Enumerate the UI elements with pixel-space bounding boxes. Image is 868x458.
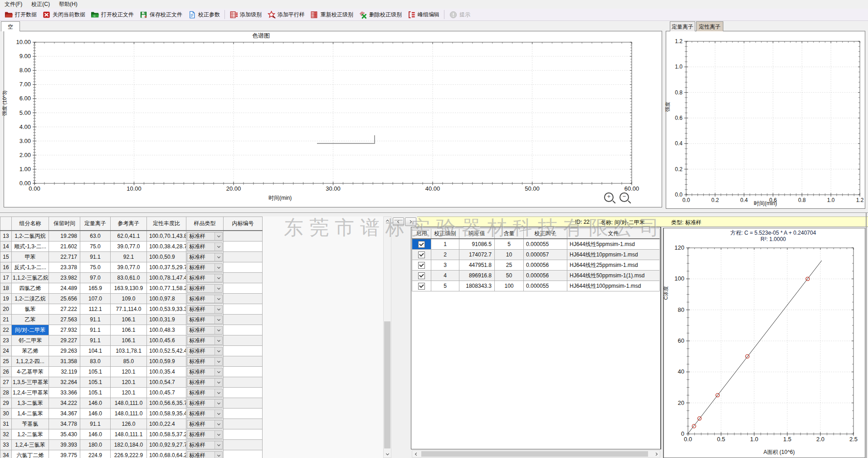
component-row-16[interactable]: 16反式-1,3-二...23.37875.039.0,77.0100.0,37… [0, 262, 263, 273]
component-row-26[interactable]: 264-乙基甲苯32.119105.1120.1100.0,35.4标准样 [0, 367, 263, 377]
cell[interactable]: 91.1 [80, 315, 111, 325]
open-data-button[interactable]: 打开数据 [2, 9, 39, 21]
cell[interactable]: 1,4-二氯苯 [12, 409, 49, 419]
cell[interactable]: 100.0,56.6,35.7 [147, 398, 186, 409]
component-row-32[interactable]: 321,2-二氯苯35.430146.0148.0,111.1100.0,58.… [0, 429, 263, 440]
calibration-row-2[interactable]: 2174072.7100.000057HJ644线性10ppmsim-1.msd [412, 250, 660, 260]
row-number[interactable]: 25 [0, 356, 12, 367]
menu-item-help[interactable]: 帮助(H) [54, 0, 82, 9]
column-header[interactable]: 校正因子 [524, 229, 567, 239]
cell[interactable]: 120.1 [111, 377, 147, 388]
cell[interactable]: 100.0,48.3 [147, 325, 186, 335]
column-header[interactable]: 参考离子 [111, 217, 147, 231]
row-number[interactable]: 29 [0, 398, 12, 409]
internal-standard-cell[interactable] [224, 283, 263, 294]
cell[interactable]: 91.1 [80, 252, 111, 262]
sample-type-dropdown[interactable]: 标准样 [187, 253, 223, 261]
cell[interactable]: 1,2,4-三氯苯 [12, 440, 49, 450]
cell[interactable]: 0.000055 [524, 281, 567, 291]
scroll-thumb[interactable] [384, 321, 390, 448]
internal-standard-cell[interactable] [224, 346, 263, 356]
cell[interactable]: 25 [495, 260, 524, 271]
internal-standard-cell[interactable] [224, 304, 263, 315]
calibration-row-5[interactable]: 51808343.31000.000055HJ644线性100ppmsim-1.… [412, 281, 660, 291]
cell[interactable]: 100.0,50.9 [147, 252, 186, 262]
internal-standard-cell[interactable] [224, 262, 263, 273]
cell[interactable]: 126.0 [111, 419, 147, 429]
cell[interactable]: 2 [431, 250, 459, 260]
cell[interactable]: 苯乙烯 [12, 346, 49, 356]
tab-chromatogram-empty[interactable]: 空 [1, 21, 20, 31]
cell[interactable]: 148.0,111.1 [111, 429, 147, 440]
cell[interactable]: 4 [431, 271, 459, 281]
cell[interactable]: 146.0 [80, 429, 111, 440]
cell[interactable]: 91086.5 [459, 239, 495, 250]
chevron-down-icon[interactable] [215, 441, 222, 449]
chevron-down-icon[interactable] [215, 410, 222, 418]
cell[interactable]: 83.0,61.0 [111, 273, 147, 283]
chevron-down-icon[interactable] [215, 379, 222, 386]
cell[interactable]: 106.1 [111, 335, 147, 346]
calibration-row-3[interactable]: 3447951.8250.000056HJ644线性25ppmsim-1.msd [412, 260, 660, 271]
cell[interactable]: 120.1 [111, 388, 147, 398]
cell[interactable]: 146.0 [80, 409, 111, 419]
scroll-left-arrow[interactable] [412, 451, 419, 457]
component-row-29[interactable]: 291,3-二氯苯34.222146.0148.0,111.0100.0,56.… [0, 398, 263, 409]
chevron-down-icon[interactable] [215, 431, 222, 438]
sample-type-dropdown[interactable]: 标准样 [187, 399, 223, 408]
column-header[interactable]: 内标编号 [224, 217, 263, 231]
enable-checkbox[interactable] [418, 272, 425, 279]
chevron-down-icon[interactable] [215, 389, 222, 397]
chromatogram-chart[interactable]: 0.0010.0020.0030.0040.0050.0060.000.001.… [4, 31, 663, 208]
cell[interactable]: 83.0 [80, 356, 111, 367]
sample-type-dropdown[interactable]: 标准样 [187, 420, 223, 428]
cell[interactable]: 174072.7 [459, 250, 495, 260]
cell[interactable]: 226.9,222.9 [111, 450, 147, 458]
cell[interactable]: 29.263 [49, 346, 80, 356]
component-row-21[interactable]: 21乙苯27.56391.1106.1100.0,31.9标准样 [0, 315, 263, 325]
cell[interactable]: 109.0 [111, 294, 147, 304]
column-header[interactable]: 校正级别 [431, 229, 459, 239]
calibration-curve-chart[interactable]: 0.00.51.01.52.02.5020406080100120 [664, 228, 866, 458]
cell[interactable]: 27.222 [49, 304, 80, 315]
sample-type-dropdown[interactable]: 标准样 [187, 284, 223, 293]
sample-type-dropdown[interactable]: 标准样 [187, 378, 223, 387]
cell[interactable]: 105.1 [80, 388, 111, 398]
cell[interactable]: HJ644线性10ppmsim-1.msd [567, 250, 660, 260]
save-calibration-file-button[interactable]: C保存校正文件 [137, 9, 185, 21]
cell[interactable]: 33.366 [49, 388, 80, 398]
delete-level-button[interactable]: 删除校正级别 [356, 9, 405, 21]
cell[interactable]: 106.1 [111, 315, 147, 325]
cell[interactable]: 22.717 [49, 252, 80, 262]
sample-type-dropdown[interactable]: 标准样 [187, 347, 223, 355]
sample-type-dropdown[interactable]: 标准样 [187, 336, 223, 345]
column-header[interactable]: 启用 [412, 229, 431, 239]
cell[interactable]: 182.0,184.0 [111, 440, 147, 450]
column-header[interactable]: 定量离子 [80, 217, 111, 231]
cell[interactable]: 29.227 [49, 335, 80, 346]
cell[interactable]: 105.1 [80, 367, 111, 377]
row-number[interactable]: 14 [0, 241, 12, 252]
cell[interactable]: 100.0,45.7 [147, 388, 186, 398]
cell[interactable]: 85.0 [111, 356, 147, 367]
cell[interactable]: 34.778 [49, 419, 80, 429]
cell[interactable]: 91.1 [80, 325, 111, 335]
cell[interactable]: 39.0,77.0 [111, 262, 147, 273]
sample-type-dropdown[interactable]: 标准样 [187, 232, 223, 241]
internal-standard-cell[interactable] [224, 440, 263, 450]
chevron-down-icon[interactable] [215, 399, 222, 407]
cell[interactable]: 100.0,59.9 [147, 356, 186, 367]
cell[interactable]: 34.367 [49, 409, 80, 419]
cell[interactable]: 32.264 [49, 377, 80, 388]
cell[interactable]: 0.000057 [524, 250, 567, 260]
add-parallel-sample-button[interactable]: 添加平行样 [264, 9, 307, 21]
cell[interactable]: 39.775 [49, 450, 80, 458]
enable-checkbox[interactable] [418, 241, 425, 248]
cell[interactable]: 1,2,4-三甲基苯 [12, 388, 49, 398]
internal-standard-cell[interactable] [224, 377, 263, 388]
row-number[interactable]: 24 [0, 346, 12, 356]
cell[interactable]: 苄基氯 [12, 419, 49, 429]
cell[interactable]: 91.1 [80, 419, 111, 429]
chevron-down-icon[interactable] [215, 264, 222, 271]
component-row-25[interactable]: 251,1,2,2-四...31.35883.085.0100.0,59.9标准… [0, 356, 263, 367]
